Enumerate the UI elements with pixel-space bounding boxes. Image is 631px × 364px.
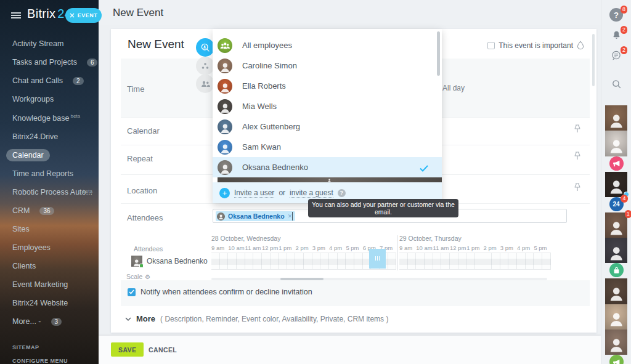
important-checkbox[interactable] — [487, 42, 495, 49]
marketing-megaphone-icon[interactable] — [609, 156, 624, 172]
hour-tick-label: 11 am — [245, 245, 262, 251]
lock-icon[interactable] — [609, 263, 624, 278]
text-caret — [292, 212, 293, 220]
search-person-icon — [200, 42, 210, 52]
important-checkbox-row[interactable]: This event is important — [487, 41, 584, 50]
person-avatar — [218, 119, 232, 134]
attendee-picker-dropdown: All employeesCaroline SimonElla RobertsM… — [213, 29, 442, 203]
hour-tick-label: 3 pm — [312, 245, 329, 251]
sidebar-link-sitemap[interactable]: SITEMAP — [0, 341, 99, 354]
contact-avatar[interactable] — [605, 172, 627, 197]
help-icon[interactable]: ? — [338, 189, 346, 197]
avatar — [605, 131, 627, 156]
scale-label: Scale — [126, 273, 142, 280]
more-toggle[interactable]: More — [136, 314, 155, 323]
notification-badge: 2 — [621, 26, 627, 34]
person-name: Oksana Bednenko — [242, 163, 308, 172]
person-option[interactable]: Caroline Simon — [213, 55, 442, 76]
contact-avatar[interactable] — [605, 238, 627, 263]
contact-avatar[interactable] — [605, 304, 627, 330]
hour-tick-label: 3 pm — [500, 245, 517, 251]
sidebar-item-employees[interactable]: Employees — [0, 238, 99, 257]
invite-user-link[interactable]: Invite a user — [234, 188, 274, 198]
sidebar-item-time-and-reports[interactable]: Time and Reports — [0, 164, 99, 183]
sidebar-item-activity-stream[interactable]: Activity Stream — [0, 34, 99, 53]
event-button-label: EVENT — [78, 12, 98, 18]
person-option[interactable]: Mia Wells — [213, 96, 442, 116]
bitrix24-new-event-screen: Bitrix24 EVENT Activity StreamTasks and … — [0, 0, 631, 364]
person-option[interactable]: Alex Guttenberg — [213, 116, 442, 137]
pin-icon[interactable] — [574, 151, 581, 160]
beta-tag: beta — [70, 113, 80, 119]
sidebar-item-chat-and-calls[interactable]: Chat and Calls2 — [0, 71, 99, 90]
hour-tick-label: 5 pm — [534, 245, 550, 251]
search-icon[interactable] — [609, 77, 623, 91]
gear-icon[interactable]: ⚙ — [145, 273, 150, 280]
person-option[interactable]: Sam Kwan — [213, 137, 442, 157]
page-scrollbar[interactable] — [592, 34, 595, 86]
person-option[interactable]: Ella Roberts — [213, 76, 442, 96]
all-day-label: All day — [442, 84, 465, 92]
structure-tab-button[interactable] — [196, 57, 214, 75]
sidebar-item-tasks-and-projects[interactable]: Tasks and Projects6 — [0, 53, 99, 71]
sidebar-item-clients[interactable]: Clients — [0, 257, 99, 275]
contact-avatar[interactable] — [605, 131, 627, 156]
sidebar-item-label: Sites — [12, 225, 30, 233]
notifications-bell-icon[interactable]: 2 — [609, 28, 623, 42]
right-toolbar: ?8222441 — [601, 0, 631, 364]
hour-tick-label: 2 pm — [295, 245, 312, 251]
notify-checkbox[interactable] — [128, 288, 136, 296]
timeline-attendee-row: Oksana Bednenko — [131, 256, 208, 267]
selected-time-slot[interactable] — [369, 249, 386, 269]
notification-badge: 2 — [621, 46, 627, 54]
contact-avatar[interactable]: 1 — [605, 212, 627, 238]
sidebar-item-calendar[interactable]: Calendar — [0, 146, 99, 164]
sidebar-item-more[interactable]: More... -3 — [0, 312, 99, 331]
sidebar-item-crm[interactable]: CRM36 — [0, 201, 99, 220]
person-name: Ella Roberts — [242, 81, 286, 91]
sidebar-footer-links: SITEMAPCONFIGURE MENUINVITE USERS — [0, 341, 99, 364]
sidebar-item-workgroups[interactable]: Workgroups — [0, 90, 99, 108]
pin-icon[interactable] — [574, 182, 581, 192]
person-name: Alex Guttenberg — [242, 122, 300, 131]
contact-avatar[interactable] — [605, 278, 627, 304]
contact-avatar[interactable] — [605, 330, 627, 355]
search-tab-button[interactable] — [196, 38, 214, 57]
hour-tick-label: 4 pm — [329, 245, 346, 251]
help-icon[interactable]: ?8 — [609, 8, 623, 22]
close-icon — [70, 13, 75, 18]
timeline-grid[interactable] — [399, 253, 551, 270]
megaphone-icon[interactable] — [609, 355, 624, 364]
time-field-label: Time — [127, 84, 144, 94]
sidebar-item-sites[interactable]: Sites — [0, 220, 99, 238]
person-avatar — [218, 160, 232, 175]
person-option[interactable]: Oksana Bednenko — [213, 157, 442, 177]
bitrix24-network-badge[interactable]: 244 — [609, 197, 624, 212]
dropdown-scrollbar-thumb[interactable] — [437, 31, 440, 76]
hamburger-menu-icon[interactable] — [11, 12, 21, 18]
invite-guest-link[interactable]: invite a guest — [290, 188, 333, 198]
sidebar-link-configure-menu[interactable]: CONFIGURE MENU — [0, 354, 99, 364]
sidebar-item-event-marketing[interactable]: Event Marketing — [0, 275, 99, 294]
save-button[interactable]: SAVE — [111, 342, 144, 357]
sidebar-item-knowledge-base[interactable]: Knowledge basebeta — [0, 108, 99, 127]
contact-avatar[interactable] — [605, 105, 627, 131]
notify-label: Notify when attendees confirm or decline… — [140, 288, 312, 296]
cancel-button[interactable]: CANCEL — [145, 346, 181, 354]
person-option[interactable]: All employees — [213, 35, 442, 55]
sidebar-item-label: Clients — [12, 262, 36, 270]
sidebar-item-bitrix24-website[interactable]: Bitrix24 Website — [0, 294, 99, 312]
timeline-day: 29 October, Thursday9 am10 am11 am12 pm1… — [399, 235, 551, 270]
pin-icon[interactable] — [574, 124, 581, 133]
chat-messages-icon[interactable]: 2 — [609, 49, 623, 62]
employees-tab-button[interactable] — [196, 75, 214, 93]
person-name: Sam Kwan — [242, 142, 281, 152]
notify-checkbox-row[interactable]: Notify when attendees confirm or decline… — [128, 288, 312, 296]
event-button[interactable]: EVENT — [65, 8, 102, 23]
sidebar-item-robotic-process-auto[interactable]: Robotic Process Auto...beta — [0, 183, 99, 201]
hour-tick-label: 2 pm — [483, 245, 500, 251]
plus-icon[interactable]: + — [219, 188, 230, 198]
left-sidebar: Bitrix24 EVENT Activity StreamTasks and … — [0, 0, 99, 364]
person-name: Caroline Simon — [242, 61, 297, 70]
sidebar-item-bitrix24-drive[interactable]: Bitrix24.Drive — [0, 127, 99, 146]
